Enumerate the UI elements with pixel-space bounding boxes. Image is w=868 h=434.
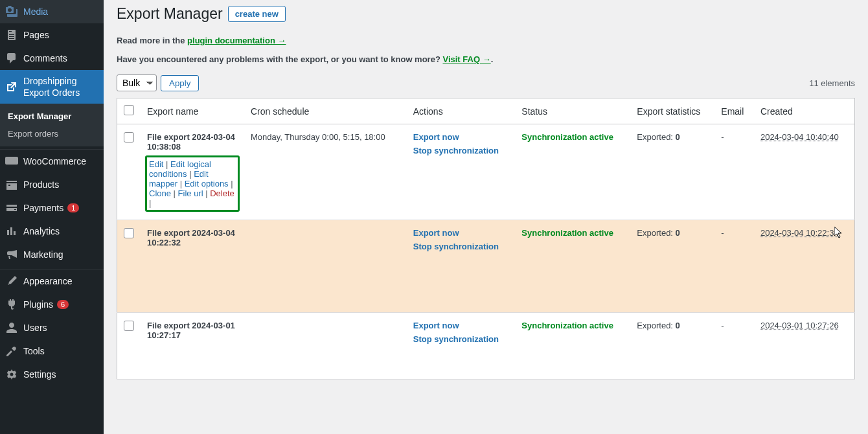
- sidebar-item-label: Tools: [23, 345, 45, 357]
- sidebar-item-users[interactable]: Users: [0, 316, 104, 339]
- sidebar-item-label: Pages: [23, 29, 49, 41]
- sidebar-item-analytics[interactable]: Analytics: [0, 220, 104, 243]
- sidebar-item-plugins[interactable]: Plugins 6: [0, 293, 104, 316]
- sidebar-item-label: Appearance: [23, 275, 73, 287]
- wrench-icon: [5, 345, 18, 358]
- export-name[interactable]: File export 2024-03-04 10:22:32: [147, 228, 235, 247]
- exported-label: Exported:: [637, 321, 675, 330]
- created-timestamp: 2024-03-04 10:22:34: [760, 228, 839, 238]
- col-name[interactable]: Export name: [141, 98, 244, 124]
- sidebar-item-tools[interactable]: Tools: [0, 339, 104, 363]
- exported-label: Exported:: [637, 132, 675, 142]
- brush-icon: [5, 275, 18, 288]
- sidebar-item-pages[interactable]: Pages: [0, 23, 104, 47]
- export-name[interactable]: File export 2024-03-01 10:27:17: [147, 321, 235, 340]
- file-url-link[interactable]: File url: [178, 188, 203, 198]
- exported-count: 0: [676, 228, 680, 238]
- table-row: File export 2024-03-04 10:22:32 Export n…: [117, 220, 855, 313]
- cron-cell: Monday, Thursday 0:00, 5:15, 18:00: [244, 124, 407, 220]
- cron-cell: [244, 220, 407, 313]
- intro-docs: Read more in the plugin documentation →: [117, 36, 855, 45]
- sidebar-item-comments[interactable]: Comments: [0, 47, 104, 70]
- exported-count: 0: [676, 132, 680, 142]
- submenu-item-export-manager[interactable]: Export Manager: [0, 108, 104, 125]
- main-content: Export Manager create new Read more in t…: [104, 0, 868, 434]
- row-checkbox[interactable]: [124, 132, 134, 143]
- created-timestamp: 2024-03-04 10:40:40: [760, 132, 839, 142]
- sidebar-item-appearance[interactable]: Appearance: [0, 269, 104, 293]
- export-table: Export name Cron schedule Actions Status…: [117, 98, 855, 380]
- created-timestamp: 2024-03-01 10:27:26: [760, 321, 839, 330]
- col-email: Email: [714, 98, 754, 124]
- delete-link[interactable]: Delete: [210, 188, 234, 198]
- badge-count: 1: [67, 203, 79, 212]
- analytics-icon: [5, 225, 18, 238]
- gear-icon: [5, 368, 18, 381]
- sidebar-item-label: Marketing: [23, 249, 63, 260]
- clone-link[interactable]: Clone: [149, 188, 171, 198]
- user-icon: [5, 321, 18, 334]
- sidebar-item-label: Payments: [23, 202, 63, 214]
- badge-count: 6: [57, 300, 69, 309]
- row-actions: Edit | Edit logical conditions | Edit ma…: [145, 155, 240, 212]
- woo-icon: [5, 155, 18, 168]
- cron-cell: [244, 313, 407, 380]
- export-name[interactable]: File export 2024-03-04 10:38:08: [147, 132, 235, 152]
- media-icon: [5, 5, 18, 18]
- plugin-icon: [5, 298, 18, 311]
- email-cell: -: [714, 220, 754, 313]
- sidebar-item-label: Products: [23, 179, 59, 190]
- exported-count: 0: [676, 321, 680, 330]
- sidebar-item-dropshipping-export[interactable]: Dropshipping Export Orders: [0, 70, 104, 104]
- page-title: Export Manager: [117, 5, 223, 23]
- email-cell: -: [714, 124, 754, 220]
- col-cron[interactable]: Cron schedule: [244, 98, 407, 124]
- col-status[interactable]: Status: [515, 98, 630, 124]
- sidebar-item-media[interactable]: Media: [0, 0, 104, 23]
- plugin-docs-link[interactable]: plugin documentation →: [187, 36, 286, 45]
- pages-icon: [5, 29, 18, 41]
- apply-button[interactable]: Apply: [161, 75, 199, 91]
- stop-sync-link[interactable]: Stop synchronization: [413, 334, 509, 344]
- exported-label: Exported:: [637, 228, 675, 238]
- status-badge: Synchronization active: [521, 132, 613, 142]
- sidebar-item-products[interactable]: Products: [0, 173, 104, 196]
- export-now-link[interactable]: Export now: [413, 321, 509, 330]
- svg-rect-0: [5, 157, 18, 165]
- sidebar-item-woocommerce[interactable]: WooCommerce: [0, 150, 104, 173]
- edit-options-link[interactable]: Edit options: [185, 179, 229, 188]
- sidebar-submenu: Export Manager Export orders: [0, 104, 104, 146]
- bulk-actions-select[interactable]: Bulk: [117, 74, 157, 91]
- stop-sync-link[interactable]: Stop synchronization: [413, 146, 509, 155]
- edit-link[interactable]: Edit: [149, 159, 163, 169]
- stop-sync-link[interactable]: Stop synchronization: [413, 242, 509, 251]
- sidebar-item-payments[interactable]: Payments 1: [0, 196, 104, 220]
- row-checkbox[interactable]: [124, 321, 134, 331]
- elements-count: 11 elements: [809, 78, 855, 88]
- sidebar-item-label: Analytics: [23, 225, 60, 237]
- admin-sidebar: Media Pages Comments Dropshipping Export…: [0, 0, 104, 434]
- col-stats: Export statistics: [630, 98, 714, 124]
- export-icon: [5, 80, 18, 93]
- visit-faq-link[interactable]: Visit FAQ →: [442, 54, 490, 64]
- comments-icon: [5, 52, 18, 65]
- export-now-link[interactable]: Export now: [413, 132, 509, 142]
- sidebar-item-label: WooCommerce: [23, 155, 86, 167]
- row-checkbox[interactable]: [124, 228, 134, 238]
- export-now-link[interactable]: Export now: [413, 228, 509, 238]
- table-row: File export 2024-03-04 10:38:08 Edit | E…: [117, 124, 855, 220]
- select-all-checkbox[interactable]: [124, 105, 134, 115]
- status-badge: Synchronization active: [521, 321, 613, 330]
- col-actions: Actions: [407, 98, 516, 124]
- sidebar-item-label: Settings: [23, 369, 56, 380]
- sidebar-item-label: Plugins: [23, 299, 53, 310]
- megaphone-icon: [5, 248, 18, 261]
- sidebar-item-label: Dropshipping Export Orders: [23, 75, 98, 98]
- sidebar-item-settings[interactable]: Settings: [0, 363, 104, 386]
- submenu-item-export-orders[interactable]: Export orders: [0, 125, 104, 143]
- col-created[interactable]: Created: [754, 98, 855, 124]
- sidebar-item-marketing[interactable]: Marketing: [0, 243, 104, 266]
- create-new-button[interactable]: create new: [228, 6, 286, 22]
- table-row: File export 2024-03-01 10:27:17 Export n…: [117, 313, 855, 380]
- sidebar-item-label: Media: [23, 6, 48, 17]
